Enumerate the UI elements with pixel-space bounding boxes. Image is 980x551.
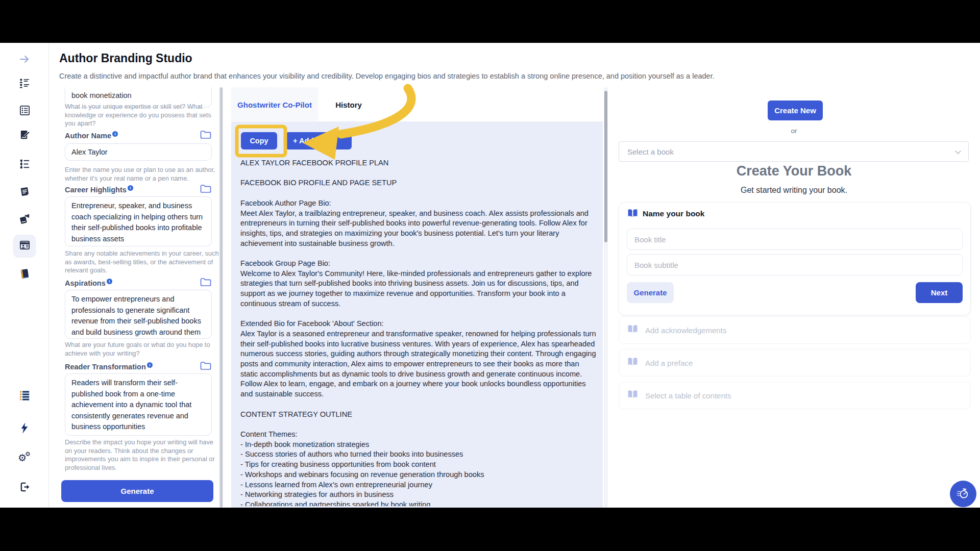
top-letterbox [0, 0, 980, 43]
copilot-scrollbar-track[interactable] [604, 87, 608, 508]
copilot-tabbar: Ghostwriter Co-Pilot History [231, 87, 603, 122]
folder-icon[interactable] [200, 184, 211, 195]
author-name-label-row: Author Namei [65, 131, 118, 140]
timeline-icon [19, 158, 31, 171]
card-title: Name your book [643, 209, 704, 218]
career-highlights-helper: Share any notable achievements in your c… [65, 249, 219, 275]
sidebar-item-menu-list[interactable] [13, 385, 36, 407]
book-icon [19, 268, 31, 281]
form-scrollbar-track[interactable] [219, 87, 223, 508]
add-button[interactable]: + Add [285, 132, 352, 149]
career-highlights-textarea[interactable]: Entrepreneur, speaker, and business coac… [65, 196, 212, 246]
expertise-field-value: book monetization [65, 87, 211, 99]
create-your-book-subheading: Get started writing your book. [608, 186, 980, 195]
chevron-down-icon [955, 148, 961, 154]
app-window: ⚙ ⚙ Author Branding Studio Create a dist… [0, 0, 980, 551]
aspirations-textarea[interactable]: To empower entrepreneurs and professiona… [65, 290, 212, 339]
author-name-input[interactable] [65, 143, 212, 161]
sidebar-item-book-writing[interactable] [13, 124, 36, 147]
option-label: Add a preface [645, 359, 693, 367]
folder-icon[interactable] [200, 361, 211, 372]
reader-transformation-textarea[interactable]: Readers will transform their self-publis… [65, 373, 212, 436]
open-book-icon [627, 357, 638, 368]
stopwatch-icon [955, 486, 971, 503]
sidebar-item-timeline[interactable] [13, 154, 36, 176]
author-name-label: Author Name [65, 132, 111, 140]
book-pen-icon [19, 129, 31, 142]
expertise-helper: What is your unique expertise or skill s… [65, 103, 219, 128]
logout-icon [19, 481, 31, 494]
copy-button[interactable]: Copy [241, 132, 277, 149]
copilot-document-area: Copy + Add ALEX TAYLOR FACEBOOK PROFILE … [231, 122, 603, 508]
sidebar-item-form-checklist[interactable] [13, 100, 36, 122]
gears-icon: ⚙ ⚙ [18, 451, 31, 464]
generate-button[interactable]: Generate [61, 480, 213, 502]
career-highlights-label-row: Career Highlightsi [65, 185, 133, 194]
notes-icon [19, 186, 31, 199]
sidebar-item-settings[interactable]: ⚙ ⚙ [13, 446, 36, 469]
folder-icon[interactable] [200, 278, 211, 289]
create-new-button[interactable]: Create New [768, 101, 823, 120]
copilot-scrollbar-thumb[interactable] [604, 91, 607, 242]
author-queue-icon [19, 78, 31, 91]
select-book-placeholder: Select a book [627, 147, 674, 156]
ghostwriter-panel: Ghostwriter Co-Pilot History Copy + Add … [231, 87, 603, 508]
sidebar-item-logout[interactable] [13, 477, 36, 499]
checklist-icon [19, 105, 31, 118]
tab-ghostwriter-copilot[interactable]: Ghostwriter Co-Pilot [231, 87, 318, 122]
sidebar-item-expand[interactable] [13, 48, 36, 71]
info-icon[interactable]: i [107, 279, 112, 284]
sidebar-item-author-profile[interactable] [13, 235, 36, 257]
reader-transformation-label: Reader Transformation [65, 363, 146, 371]
menu-list-icon [18, 389, 31, 403]
open-book-icon [627, 209, 638, 220]
tab-history[interactable]: History [318, 87, 379, 122]
info-icon[interactable]: i [112, 131, 118, 137]
sidebar-item-notes[interactable] [13, 181, 36, 204]
card-next-button[interactable]: Next [916, 282, 963, 303]
create-your-book-heading: Create Your Book [608, 163, 980, 179]
author-name-helper: Enter the name you use or plan to use as… [65, 166, 219, 183]
page-title: Author Branding Studio [59, 52, 192, 65]
career-highlights-label: Career Highlights [65, 186, 127, 194]
sidebar-divider [48, 43, 49, 508]
open-book-icon [627, 390, 638, 401]
arrow-right-icon [18, 53, 31, 67]
card-generate-button[interactable]: Generate [627, 282, 674, 303]
profile-card-icon [19, 239, 31, 253]
sidebar-item-book[interactable] [13, 263, 36, 286]
add-preface-row[interactable]: Add a preface [619, 349, 971, 377]
add-acknowledgements-row[interactable]: Add acknowledgements [619, 316, 971, 344]
select-book-dropdown[interactable]: Select a book [619, 141, 969, 162]
aspirations-label-row: Aspirationsi [65, 279, 112, 288]
info-icon[interactable]: i [147, 362, 153, 368]
timer-fab-button[interactable] [950, 481, 976, 507]
name-your-book-card: Name your book Generate Next [619, 202, 971, 315]
book-megaphone-icon [19, 213, 31, 226]
lightning-icon [19, 422, 30, 435]
reader-transformation-helper: Describe the impact you hope your writin… [65, 438, 219, 472]
book-title-input[interactable] [627, 229, 963, 250]
form-scrollbar-thumb[interactable] [220, 87, 223, 508]
folder-icon[interactable] [200, 130, 211, 141]
bottom-letterbox [0, 508, 980, 551]
reader-transformation-label-row: Reader Transformationi [65, 362, 153, 371]
branding-form-panel: book monetization What is your unique ex… [57, 87, 226, 508]
aspirations-helper: What are your future goals or what do yo… [65, 341, 219, 358]
option-label: Select a table of contents [645, 391, 731, 400]
sidebar-item-book-promotion[interactable] [13, 208, 36, 231]
select-toc-row[interactable]: Select a table of contents [619, 382, 971, 409]
generated-document: ALEX TAYLOR FACEBOOK PROFILE PLAN FACEBO… [240, 158, 598, 506]
info-icon[interactable]: i [128, 185, 133, 191]
sidebar-item-author-queue[interactable] [13, 73, 36, 95]
aspirations-label: Aspirations [65, 279, 106, 287]
page-subtitle: Create a distinctive and impactful autho… [59, 72, 715, 80]
open-book-icon [627, 324, 638, 336]
or-divider-label: or [608, 127, 980, 135]
sidebar-item-quick-actions[interactable] [13, 417, 36, 440]
option-label: Add acknowledgements [645, 326, 726, 335]
book-subtitle-input[interactable] [627, 254, 963, 276]
